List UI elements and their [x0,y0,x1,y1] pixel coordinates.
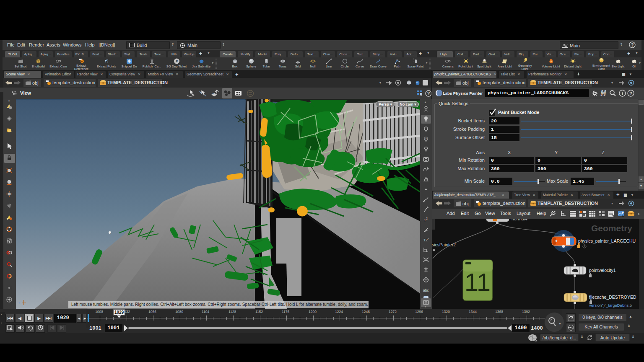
svg-text:?: ? [631,42,634,47]
svg-text:pointvelocity1: pointvelocity1 [589,268,616,273]
svg-text:abc: abc [423,288,429,292]
svg-text:z: z [426,137,427,140]
svg-text:physics_painter_LARGECHU: physics_painter_LARGECHU [578,238,636,243]
svg-text:i: i [622,91,623,96]
svg-text:2: 2 [426,217,428,220]
svg-text:H: H [601,90,606,97]
svg-text:z: z [18,301,21,305]
svg-text:?: ? [427,91,430,96]
svg-text:filecache_DESTROYED: filecache_DESTROYED [589,295,636,300]
svg-text:sicsPainter2: sicsPainter2 [432,242,456,247]
svg-text:#: # [175,59,177,63]
svg-text:version")`_largeDebris.b: version")`_largeDebris.b [589,303,632,308]
svg-text:11: 11 [465,268,491,296]
svg-text:12: 12 [423,238,428,242]
svg-text:?: ? [629,91,632,96]
svg-text:Geometry: Geometry [591,223,632,233]
svg-text:normal4: normal4 [512,219,527,221]
